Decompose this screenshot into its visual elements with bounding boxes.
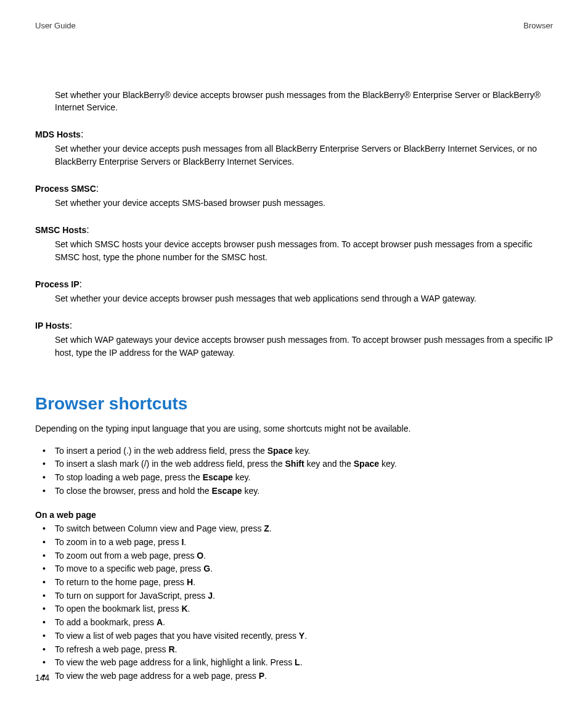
definition-item: SMSC Hosts:Set which SMSC hosts your dev…	[35, 224, 553, 264]
shortcut-item: To zoom out from a web page, press O.	[35, 549, 553, 563]
header-left: User Guide	[35, 21, 76, 30]
shortcut-item: To insert a slash mark (/) in the web ad…	[35, 458, 553, 471]
subheading: On a web page	[35, 510, 553, 520]
intro-paragraph: Set whether your BlackBerry® device acce…	[55, 89, 553, 114]
definition-desc: Set which WAP gateways your device accep…	[55, 334, 553, 359]
definition-term: MDS Hosts:	[35, 129, 553, 140]
shortcut-item: To move to a specific web page, press G.	[35, 562, 553, 576]
term-text: SMSC Hosts	[35, 225, 86, 235]
term-text: Process IP	[35, 279, 80, 289]
key-name: O	[197, 551, 203, 560]
key-name: J	[208, 591, 213, 601]
shortcut-item: To view a list of web pages that you hav…	[35, 630, 553, 643]
colon: :	[86, 224, 89, 235]
definition-desc: Set whether your device accepts browser …	[55, 292, 553, 305]
key-name: Space	[267, 446, 293, 456]
header-right: Browser	[523, 21, 553, 30]
definition-item: MDS Hosts:Set whether your device accept…	[35, 129, 553, 168]
key-name: Escape	[211, 486, 242, 496]
shortcut-item: To view the web page address for a web p…	[35, 670, 553, 683]
definition-item: Process SMSC:Set whether your device acc…	[35, 183, 553, 210]
definition-term: Process IP:	[35, 279, 553, 290]
shortcut-item: To switch between Column view and Page v…	[35, 522, 553, 536]
shortcut-item: To view the web page address for a link,…	[35, 656, 553, 670]
definition-desc: Set which SMSC hosts your device accepts…	[55, 238, 553, 264]
section-lead: Depending on the typing input language t…	[35, 424, 553, 433]
key-name: Z	[264, 523, 269, 533]
definitions-list: MDS Hosts:Set whether your device accept…	[35, 129, 553, 359]
shortcut-item: To zoom in to a web page, press I.	[35, 536, 553, 549]
definition-term: SMSC Hosts:	[35, 224, 553, 236]
colon: :	[70, 320, 72, 330]
key-name: P	[259, 671, 264, 681]
definition-term: IP Hosts:	[35, 320, 553, 331]
key-name: I	[181, 537, 184, 547]
key-name: Y	[299, 631, 304, 641]
definition-item: IP Hosts:Set which WAP gateways your dev…	[35, 320, 553, 359]
term-text: MDS Hosts	[35, 129, 81, 139]
shortcut-list-webpage: To switch between Column view and Page v…	[35, 522, 553, 683]
key-name: K	[181, 604, 187, 614]
shortcut-item: To return to the home page, press H.	[35, 576, 553, 589]
shortcut-item: To add a bookmark, press A.	[35, 616, 553, 630]
key-name: L	[295, 657, 300, 667]
key-name: Escape	[203, 472, 233, 482]
shortcut-item: To close the browser, press and hold the…	[35, 485, 553, 498]
key-name: G	[203, 564, 210, 573]
term-text: IP Hosts	[35, 321, 70, 330]
section-title: Browser shortcuts	[35, 394, 553, 414]
term-text: Process SMSC	[35, 184, 96, 194]
key-name: R	[168, 644, 174, 654]
definition-desc: Set whether your device accepts push mes…	[55, 142, 553, 168]
key-name: Shift	[285, 459, 304, 469]
definition-term: Process SMSC:	[35, 183, 553, 194]
shortcut-item: To turn on support for JavaScript, press…	[35, 589, 553, 603]
shortcut-item: To insert a period (.) in the web addres…	[35, 445, 553, 458]
shortcut-list-general: To insert a period (.) in the web addres…	[35, 445, 553, 498]
key-name: A	[157, 617, 163, 627]
shortcut-item: To stop loading a web page, press the Es…	[35, 471, 553, 485]
key-name: H	[187, 577, 193, 587]
colon: :	[96, 183, 99, 194]
page-number: 144	[35, 673, 49, 683]
definition-item: Process IP:Set whether your device accep…	[35, 279, 553, 305]
shortcut-item: To open the bookmark list, press K.	[35, 602, 553, 616]
key-name: Space	[354, 459, 379, 469]
definition-desc: Set whether your device accepts SMS-base…	[55, 197, 553, 210]
colon: :	[80, 279, 82, 289]
colon: :	[81, 129, 83, 139]
shortcut-item: To refresh a web page, press R.	[35, 643, 553, 657]
